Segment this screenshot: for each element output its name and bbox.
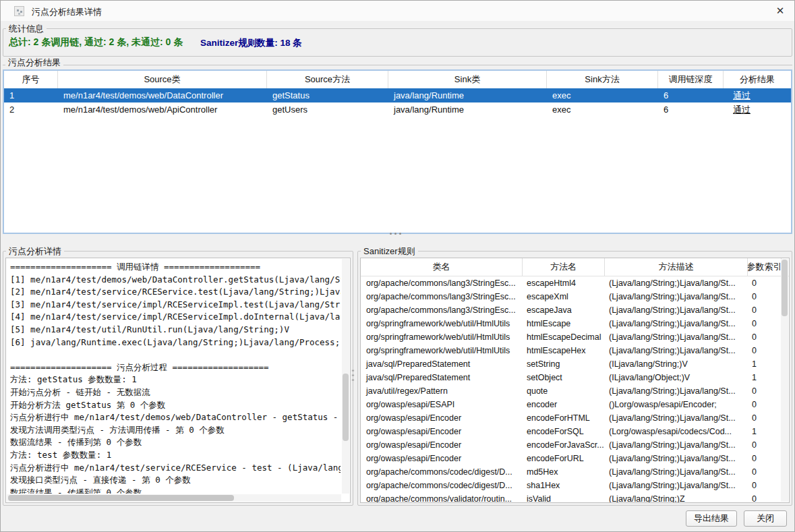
sanitizer-column-header-2[interactable]: 方法描述: [605, 258, 748, 276]
detail-line: ==================== 调用链详情 =============…: [10, 261, 341, 274]
sanitizer-rule-cell: setObject: [523, 373, 605, 382]
sanitizer-rule-cell: 0: [748, 332, 782, 342]
window-title: 污点分析结果详情: [32, 6, 102, 18]
results-column-header-4[interactable]: Sink方法: [547, 71, 658, 88]
sanitizer-rule-row[interactable]: org/springframework/web/util/HtmlUtilsht…: [361, 330, 789, 344]
sanitizer-vertical-scrollbar-thumb[interactable]: [782, 260, 788, 316]
detail-vertical-scrollbar[interactable]: [342, 259, 349, 494]
detail-text: ==================== 调用链详情 =============…: [10, 261, 341, 494]
horizontal-splitter-handle[interactable]: [390, 233, 401, 235]
close-icon[interactable]: ✕: [774, 5, 786, 17]
sanitizer-rule-cell: (ILjava/lang/Object;)V: [605, 373, 748, 382]
sanitizer-rule-cell: java/sql/PreparedStatement: [361, 373, 523, 382]
sanitizer-rule-row[interactable]: org/springframework/web/util/HtmlUtilsht…: [361, 344, 789, 357]
sanitizer-rule-cell: org/owasp/esapi/Encoder: [361, 440, 523, 450]
sanitizer-rule-row[interactable]: java/sql/PreparedStatementsetString(ILja…: [361, 357, 789, 371]
results-column-header-0[interactable]: 序号: [4, 71, 58, 88]
sanitizer-rule-cell: org/apache/commons/lang3/StringEsc...: [361, 292, 523, 301]
sanitizer-rule-row[interactable]: org/owasp/esapi/EncoderencodeForJavaScr.…: [361, 438, 789, 452]
sanitizer-rule-cell: htmlEscapeHex: [523, 346, 605, 355]
sanitizer-rule-row[interactable]: java/util/regex/Patternquote(Ljava/lang/…: [361, 384, 789, 398]
results-column-header-6[interactable]: 分析结果: [724, 71, 791, 88]
close-button[interactable]: 关闭: [744, 510, 787, 527]
sanitizer-rule-cell: 0: [748, 454, 782, 463]
sanitizer-rule-cell: org/apache/commons/validator/routin...: [361, 494, 523, 503]
sanitizer-table-header: 类名方法名方法描述参数索引: [361, 258, 789, 276]
result-pass-link[interactable]: 通过: [724, 90, 791, 102]
export-results-button[interactable]: 导出结果: [686, 510, 737, 527]
sanitizer-rule-cell: java/sql/PreparedStatement: [361, 359, 523, 369]
sanitizer-rule-row[interactable]: org/apache/commons/codec/digest/D...md5H…: [361, 465, 789, 479]
sanitizer-rule-row[interactable]: org/owasp/esapi/EncoderencodeForURL(Ljav…: [361, 452, 789, 465]
sanitizer-rule-cell: encodeForSQL: [523, 427, 605, 436]
sanitizer-rule-row[interactable]: org/owasp/esapi/EncoderencodeForHTML(Lja…: [361, 411, 789, 425]
results-table-body: 1me/n1ar4/test/demos/web/DataControllerg…: [4, 88, 791, 117]
detail-line: [6] java/lang/Runtime.exec(Ljava/lang/St…: [10, 336, 341, 349]
sanitizer-rule-row[interactable]: org/springframework/web/util/HtmlUtilsht…: [361, 317, 789, 330]
sanitizer-rule-row[interactable]: org/owasp/esapi/EncoderencodeForSQL(Lorg…: [361, 425, 789, 438]
result-row[interactable]: 2me/n1ar4/test/demos/web/ApiControllerge…: [4, 102, 791, 117]
results-column-header-3[interactable]: Sink类: [388, 71, 547, 88]
sanitizer-rule-cell: 0: [748, 278, 782, 288]
detail-horizontal-scrollbar-thumb[interactable]: [8, 495, 234, 501]
sanitizer-rule-cell: (ILjava/lang/String;)V: [605, 359, 748, 369]
sanitizer-column-header-1[interactable]: 方法名: [523, 258, 605, 276]
sanitizer-table: 类名方法名方法描述参数索引 org/apache/commons/lang3/S…: [360, 258, 790, 503]
sanitizer-rule-cell: org/apache/commons/codec/digest/D...: [361, 481, 523, 490]
sanitizer-rule-cell: (Ljava/lang/String;)Ljava/lang/St...: [605, 305, 748, 315]
sanitizer-vertical-scrollbar[interactable]: [781, 259, 788, 502]
sanitizer-rule-cell: escapeXml: [523, 292, 605, 301]
detail-line: [2] me/n1ar4/test/service/RCEService.tes…: [10, 286, 341, 299]
sanitizer-rule-row[interactable]: org/apache/commons/lang3/StringEsc...esc…: [361, 276, 789, 290]
sanitizer-rule-row[interactable]: org/owasp/esapi/ESAPIencoder()Lorg/owasp…: [361, 398, 789, 411]
sanitizer-rule-cell: htmlEscape: [523, 319, 605, 328]
detail-vertical-scrollbar-thumb[interactable]: [343, 374, 349, 441]
titlebar: 污点分析结果详情 ✕: [1, 1, 794, 21]
sanitizer-rule-cell: 0: [748, 346, 782, 355]
detail-group: 污点分析详情 ==================== 调用链详情 ======…: [3, 251, 353, 506]
sanitizer-column-header-0[interactable]: 类名: [361, 258, 523, 276]
sanitizer-rule-cell: org/owasp/esapi/Encoder: [361, 454, 523, 463]
detail-horizontal-scrollbar[interactable]: [7, 494, 341, 502]
sanitizer-rule-cell: org/apache/commons/lang3/StringEsc...: [361, 305, 523, 315]
detail-line: [10, 349, 341, 361]
detail-line: [4] me/n1ar4/test/service/impl/RCEServic…: [10, 311, 341, 324]
sanitizer-rule-cell: org/owasp/esapi/Encoder: [361, 413, 523, 423]
sanitizer-rule-row[interactable]: org/apache/commons/lang3/StringEsc...esc…: [361, 303, 789, 317]
result-row[interactable]: 1me/n1ar4/test/demos/web/DataControllerg…: [4, 88, 791, 102]
sanitizer-rule-cell: 0: [748, 440, 782, 450]
stats-group: 统计信息 总计: 2 条调用链, 通过: 2 条, 未通过: 0 条 Sanit…: [3, 28, 792, 57]
results-column-header-2[interactable]: Source方法: [267, 71, 388, 88]
detail-line: 发现方法调用类型污点 - 方法调用传播 - 第 0 个参数: [10, 424, 341, 437]
detail-group-label: 污点分析详情: [6, 245, 64, 258]
results-group-border: [3, 65, 792, 65]
detail-line: [3] me/n1ar4/test/service/impl/RCEServic…: [10, 299, 341, 312]
sanitizer-rule-cell: 0: [748, 305, 782, 315]
sanitizer-rule-cell: (Ljava/lang/String;)Ljava/lang/St...: [605, 454, 748, 463]
sanitizer-rule-cell: (Ljava/lang/String;)Ljava/lang/St...: [605, 386, 748, 396]
sanitizer-group: Sanitizer规则 类名方法名方法描述参数索引 org/apache/com…: [357, 251, 792, 506]
sanitizer-group-label: Sanitizer规则: [361, 245, 418, 258]
detail-line: [1] me/n1ar4/test/demos/web/DataControll…: [10, 274, 341, 287]
sanitizer-rule-cell: (Ljava/lang/String;)Ljava/lang/St...: [605, 481, 748, 490]
sanitizer-rule-cell: setString: [523, 359, 605, 369]
detail-textarea[interactable]: ==================== 调用链详情 =============…: [5, 258, 351, 503]
sanitizer-rule-cell: (Ljava/lang/String;)Ljava/lang/St...: [605, 413, 748, 423]
sanitizer-rule-row[interactable]: org/apache/commons/validator/routin...is…: [361, 492, 789, 503]
sanitizer-rule-cell: org/springframework/web/util/HtmlUtils: [361, 346, 523, 355]
sanitizer-column-header-3[interactable]: 参数索引: [748, 258, 782, 276]
sanitizer-rule-cell: escapeHtml4: [523, 278, 605, 288]
result-pass-link[interactable]: 通过: [724, 104, 791, 116]
result-cell: me/n1ar4/test/demos/web/DataController: [58, 90, 267, 100]
results-column-header-1[interactable]: Source类: [58, 71, 267, 88]
detail-line: 方法: getStatus 参数数量: 1: [10, 374, 341, 386]
sanitizer-rule-row[interactable]: org/apache/commons/codec/digest/D...sha1…: [361, 479, 789, 492]
sanitizer-rule-cell: (Lorg/owasp/esapi/codecs/Cod...: [605, 427, 748, 436]
sanitizer-rule-cell: org/springframework/web/util/HtmlUtils: [361, 332, 523, 342]
results-column-header-5[interactable]: 调用链深度: [658, 71, 724, 88]
sanitizer-rule-row[interactable]: java/sql/PreparedStatementsetObject(ILja…: [361, 371, 789, 384]
sanitizer-rule-cell: encodeForJavaScr...: [523, 440, 605, 450]
result-cell: me/n1ar4/test/demos/web/ApiController: [58, 105, 267, 115]
sanitizer-rule-row[interactable]: org/apache/commons/lang3/StringEsc...esc…: [361, 290, 789, 303]
sanitizer-rule-cell: escapeJava: [523, 305, 605, 315]
